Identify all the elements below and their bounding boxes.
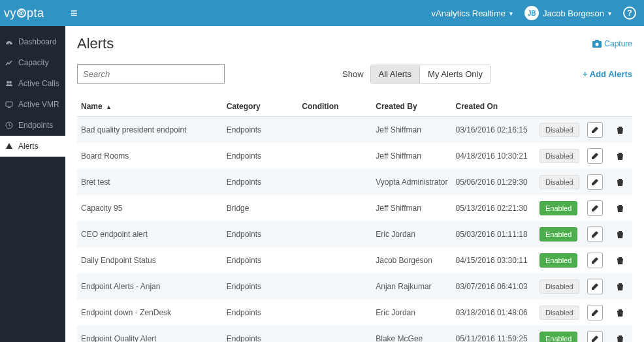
product-name: vAnalytics Realtime xyxy=(432,8,506,18)
table-row: Capacity 95BridgeJeff Shiffman05/13/2016… xyxy=(77,195,632,221)
topbar: vy⦿pta ≡ vAnalytics Realtime ▾ JB Jacob … xyxy=(0,0,644,26)
col-header-category[interactable]: Category xyxy=(223,97,298,117)
cell-condition xyxy=(298,117,372,144)
edit-button[interactable] xyxy=(587,200,603,216)
status-badge[interactable]: Disabled xyxy=(539,149,579,163)
sidebar-item-label: Alerts xyxy=(18,142,39,151)
search-input[interactable] xyxy=(77,64,225,84)
cell-name: Board Rooms xyxy=(77,143,223,169)
user-name: Jacob Borgeson xyxy=(543,8,604,18)
edit-button[interactable] xyxy=(587,305,603,320)
sidebar-item-active-calls[interactable]: Active Calls xyxy=(0,73,65,94)
logo-mark-icon: ⦿ xyxy=(17,8,26,18)
brand-logo[interactable]: vy⦿pta xyxy=(0,7,65,20)
help-icon[interactable]: ? xyxy=(623,7,636,20)
status-badge[interactable]: Enabled xyxy=(539,227,577,241)
status-badge[interactable]: Enabled xyxy=(539,201,577,215)
menu-toggle-icon[interactable]: ≡ xyxy=(71,7,78,20)
edit-button[interactable] xyxy=(587,279,603,294)
cell-created-on: 03/18/2016 01:48:06 xyxy=(452,300,536,326)
pencil-icon xyxy=(591,283,599,290)
table-row: CEO endpoint alertEndpointsEric Jordan05… xyxy=(77,221,632,247)
edit-button[interactable] xyxy=(587,174,603,190)
cell-created-on: 05/11/2016 11:59:25 xyxy=(452,326,536,342)
cell-condition xyxy=(298,195,372,221)
table-row: Endpoint Alerts - AnjanEndpointsAnjan Ra… xyxy=(77,273,632,300)
delete-button[interactable] xyxy=(613,148,628,164)
alerts-table: Name ▲ Category Condition Created By Cre… xyxy=(77,97,632,342)
col-header-condition[interactable]: Condition xyxy=(298,97,372,117)
cell-condition xyxy=(298,247,372,273)
status-badge[interactable]: Disabled xyxy=(539,279,579,294)
edit-button[interactable] xyxy=(587,148,603,164)
cell-category: Endpoints xyxy=(223,221,298,247)
edit-button[interactable] xyxy=(587,122,603,138)
sidebar-item-label: Endpoints xyxy=(18,121,53,130)
filter-mine-button[interactable]: My Alerts Only xyxy=(419,65,491,83)
cell-category: Endpoints xyxy=(223,300,298,326)
cell-created-on: 05/03/2016 01:11:18 xyxy=(452,221,536,247)
product-switcher[interactable]: vAnalytics Realtime ▾ xyxy=(432,8,513,18)
cell-created-by: Blake McGee xyxy=(372,326,451,342)
cell-condition xyxy=(298,273,372,300)
col-header-name[interactable]: Name ▲ xyxy=(77,97,223,117)
delete-button[interactable] xyxy=(613,305,628,320)
sidebar-item-capacity[interactable]: Capacity xyxy=(0,52,65,73)
delete-button[interactable] xyxy=(613,200,628,216)
cell-category: Endpoints xyxy=(223,117,298,144)
edit-button[interactable] xyxy=(587,253,603,268)
table-row: Daily Endpoint StatusEndpointsJacob Borg… xyxy=(77,247,632,273)
delete-button[interactable] xyxy=(613,174,628,190)
capture-button[interactable]: Capture xyxy=(592,39,632,48)
cell-created-on: 05/06/2016 01:29:30 xyxy=(452,169,536,195)
cell-created-on: 03/07/2016 06:41:03 xyxy=(452,273,536,300)
delete-button[interactable] xyxy=(613,331,628,342)
pencil-icon xyxy=(591,309,599,317)
sidebar-item-dashboard[interactable]: Dashboard xyxy=(0,31,65,52)
delete-button[interactable] xyxy=(613,279,628,294)
edit-button[interactable] xyxy=(587,226,603,242)
cell-category: Endpoints xyxy=(223,273,298,300)
pencil-icon xyxy=(591,204,599,212)
status-badge[interactable]: Enabled xyxy=(539,253,577,268)
sidebar-item-endpoints[interactable]: Endpoints xyxy=(0,115,65,136)
trash-icon xyxy=(617,309,624,317)
cell-created-on: 03/16/2016 02:16:15 xyxy=(452,117,536,144)
delete-button[interactable] xyxy=(613,226,628,242)
pencil-icon xyxy=(591,126,599,134)
chevron-down-icon: ▾ xyxy=(509,10,513,17)
status-badge[interactable]: Disabled xyxy=(539,305,579,320)
delete-button[interactable] xyxy=(613,253,628,268)
cell-name: Endpoint Alerts - Anjan xyxy=(77,273,223,300)
add-alerts-link[interactable]: + Add Alerts xyxy=(583,69,632,79)
svg-point-0 xyxy=(8,43,10,44)
status-badge[interactable]: Disabled xyxy=(539,175,579,189)
user-menu[interactable]: JB Jacob Borgeson ▾ xyxy=(524,6,611,20)
col-header-created-on[interactable]: Created On xyxy=(452,97,536,117)
cell-name: Daily Endpoint Status xyxy=(77,247,223,273)
svg-rect-6 xyxy=(8,145,9,147)
delete-button[interactable] xyxy=(613,122,628,138)
trash-icon xyxy=(617,178,624,186)
cell-created-by: Anjan Rajkumar xyxy=(372,273,451,300)
pencil-icon xyxy=(591,256,599,264)
cell-created-by: Eric Jordan xyxy=(372,221,451,247)
filter-all-button[interactable]: All Alerts xyxy=(371,65,420,83)
table-row: Endpoint down - ZenDeskEndpointsEric Jor… xyxy=(77,300,632,326)
pencil-icon xyxy=(591,230,599,238)
edit-button[interactable] xyxy=(587,331,603,342)
sidebar-item-label: Active VMR xyxy=(18,100,59,109)
svg-point-2 xyxy=(9,81,12,84)
table-row: Bad quality president endpointEndpointsJ… xyxy=(77,117,632,144)
cell-category: Endpoints xyxy=(223,247,298,273)
svg-point-10 xyxy=(596,43,599,46)
avatar: JB xyxy=(524,6,539,20)
cell-condition xyxy=(298,326,372,342)
cell-name: Bret test xyxy=(77,169,223,195)
sidebar-item-active-vmr[interactable]: Active VMR xyxy=(0,94,65,115)
col-header-created-by[interactable]: Created By xyxy=(372,97,451,117)
status-badge[interactable]: Enabled xyxy=(539,332,577,342)
sidebar-item-alerts[interactable]: Alerts xyxy=(0,136,65,157)
svg-rect-4 xyxy=(8,107,10,108)
status-badge[interactable]: Disabled xyxy=(539,123,579,137)
